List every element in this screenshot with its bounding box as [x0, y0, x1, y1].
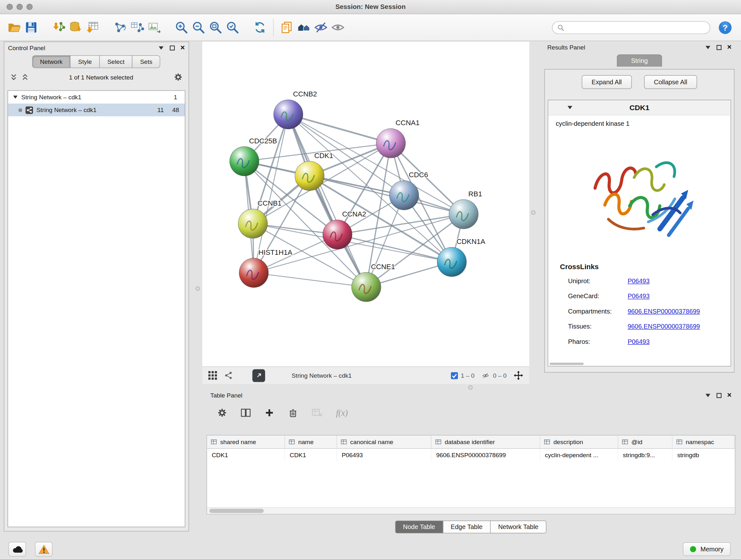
pan-crosshair-icon[interactable]: [513, 370, 524, 381]
close-panel-icon[interactable]: ×: [180, 44, 185, 52]
table-row[interactable]: CDK1 CDK1 P06493 9606.ENSP00000378699 cy…: [207, 449, 735, 461]
crosslink-link[interactable]: P06493: [628, 338, 650, 345]
import-network-file-button[interactable]: [50, 17, 67, 37]
memory-button[interactable]: Memory: [683, 543, 731, 556]
left-splitter-handle[interactable]: [196, 287, 200, 291]
search-input[interactable]: [568, 23, 705, 31]
float-panel-icon[interactable]: [717, 393, 722, 398]
zoom-fit-button[interactable]: [207, 17, 224, 37]
network-canvas[interactable]: CCNB2CCNA1CDC25BCDK1CDC6RB1CCNB1CCNA2CDK…: [202, 42, 529, 366]
network-node-CCNE1[interactable]: [352, 272, 381, 302]
save-session-button[interactable]: [23, 17, 40, 37]
tree-expand-icon[interactable]: [13, 95, 18, 99]
network-edge[interactable]: [310, 176, 464, 214]
export-image-button[interactable]: [145, 17, 162, 37]
clipboard-button[interactable]: [278, 17, 295, 37]
crosslink-label: GeneCard:: [568, 293, 628, 300]
show-all-button[interactable]: [329, 17, 346, 37]
scrollbar-thumb[interactable]: [209, 509, 264, 513]
column-header-namespace[interactable]: namespac: [672, 435, 735, 449]
crosslink-link[interactable]: 9606.ENSP00000378699: [628, 307, 700, 314]
tab-network-table[interactable]: Network Table: [490, 520, 547, 533]
zoom-in-button[interactable]: [173, 17, 190, 37]
expand-all-button[interactable]: Expand All: [582, 75, 632, 89]
expand-all-icon[interactable]: [21, 73, 29, 81]
collapse-all-icon[interactable]: [10, 73, 17, 81]
panel-menu-icon[interactable]: [705, 45, 711, 49]
help-button[interactable]: ?: [718, 20, 732, 35]
table-horizontal-scrollbar[interactable]: [207, 507, 735, 514]
network-node-CCNA2[interactable]: [323, 220, 352, 249]
home-view-button[interactable]: [295, 17, 313, 37]
column-type-icon: [544, 439, 550, 444]
network-node-label: CCNB2: [293, 90, 317, 98]
share-view-icon[interactable]: [224, 371, 233, 380]
tab-style[interactable]: Style: [70, 55, 100, 68]
open-in-new-window-button[interactable]: [253, 369, 265, 382]
delete-column-trash-icon[interactable]: [288, 408, 298, 418]
hide-selected-button[interactable]: [313, 17, 329, 37]
column-header-description[interactable]: description: [540, 435, 618, 449]
panel-menu-icon[interactable]: [158, 46, 164, 50]
search-box[interactable]: [552, 21, 711, 34]
network-node-CDKN1A[interactable]: [437, 247, 467, 277]
network-row[interactable]: String Network – cdk1 11 48: [8, 104, 185, 116]
select-columns-icon[interactable]: [241, 408, 251, 418]
network-edge[interactable]: [254, 273, 366, 287]
column-header-id[interactable]: @id: [618, 435, 672, 449]
network-node-CDC6[interactable]: [389, 181, 419, 210]
network-node-CCNB2[interactable]: [273, 100, 303, 129]
network-graph[interactable]: CCNB2CCNA1CDC25BCDK1CDC6RB1CCNB1CCNA2CDK…: [202, 42, 529, 366]
tab-select[interactable]: Select: [99, 55, 132, 68]
column-header-database-identifier[interactable]: database identifier: [431, 435, 540, 449]
tab-network[interactable]: Network: [32, 55, 71, 68]
gear-icon[interactable]: [173, 72, 183, 82]
column-header-shared-name[interactable]: shared name: [207, 435, 285, 449]
warnings-button[interactable]: [35, 542, 53, 557]
network-node-CDK1[interactable]: [295, 161, 324, 191]
new-network-button[interactable]: [111, 17, 128, 37]
crosslink-link[interactable]: 9606.ENSP00000378699: [628, 323, 700, 330]
apply-layout-button[interactable]: [252, 17, 268, 37]
add-column-icon[interactable]: [264, 408, 275, 418]
selected-checkbox-icon[interactable]: [451, 372, 458, 379]
column-header-canonical-name[interactable]: canonical name: [337, 435, 431, 449]
close-panel-icon[interactable]: ×: [727, 44, 732, 51]
tab-edge-table[interactable]: Edge Table: [443, 520, 490, 533]
tab-string[interactable]: String: [617, 54, 662, 67]
hidden-eye-icon[interactable]: [481, 372, 490, 379]
float-panel-icon[interactable]: [717, 45, 722, 50]
crosslink-link[interactable]: P06493: [628, 293, 650, 300]
network-node-CCNA1[interactable]: [376, 129, 406, 158]
tab-sets[interactable]: Sets: [132, 55, 160, 68]
network-node-RB1[interactable]: [449, 199, 478, 229]
crosslink-link[interactable]: P06493: [628, 277, 650, 285]
panel-menu-icon[interactable]: [705, 393, 711, 397]
collapse-protein-icon[interactable]: [567, 105, 573, 110]
collapse-all-button[interactable]: Collapse All: [644, 75, 697, 89]
zoom-selected-button[interactable]: [224, 17, 241, 37]
application-window: Session: New Session: [0, 0, 741, 560]
zoom-out-button[interactable]: [190, 17, 207, 37]
table-settings-gear-icon[interactable]: [217, 408, 227, 418]
right-splitter-handle[interactable]: [531, 210, 536, 214]
column-header-name[interactable]: name: [285, 435, 337, 449]
close-panel-icon[interactable]: ×: [727, 391, 732, 399]
import-table-file-button[interactable]: [84, 17, 101, 37]
float-panel-icon[interactable]: [170, 45, 175, 50]
import-network-database-button[interactable]: [67, 17, 84, 37]
horizontal-scrollbar-thumb[interactable]: [549, 363, 584, 365]
bottom-splitter-handle[interactable]: [468, 385, 473, 389]
function-builder-button[interactable]: f(x): [336, 408, 348, 418]
tab-node-table[interactable]: Node Table: [395, 520, 443, 533]
cloud-status-button[interactable]: [9, 542, 26, 557]
network-edge[interactable]: [254, 214, 464, 273]
network-node-CDC25B[interactable]: [230, 146, 259, 176]
network-collection-row[interactable]: String Network – cdk1 1: [8, 91, 185, 104]
network-node-HIST1H1A[interactable]: [239, 258, 268, 288]
network-edge[interactable]: [288, 114, 366, 287]
open-session-button[interactable]: [6, 17, 23, 37]
network-node-CCNB1[interactable]: [238, 209, 267, 239]
network-from-table-button[interactable]: [129, 17, 145, 37]
grid-view-icon[interactable]: [208, 371, 218, 380]
